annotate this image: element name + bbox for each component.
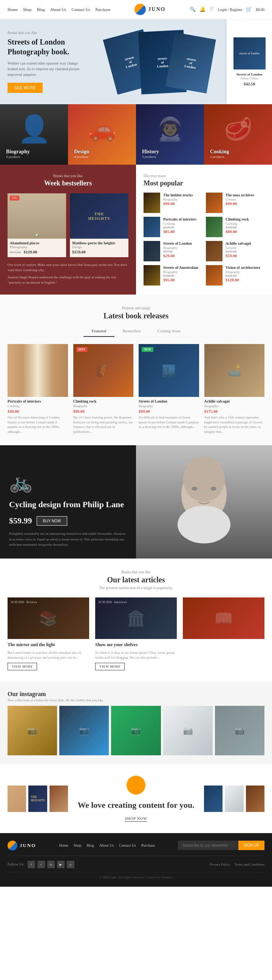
bs-book-1-price: $129.00 [24,250,37,254]
navbar: Home Shop Blog About Us Contact Us Purch… [0,0,272,19]
rb0-cat: Cooking [8,404,68,408]
hero-product-price: $42.50 [244,81,255,86]
newsletter-input[interactable] [178,841,239,850]
pop-cat-5: Literary [226,246,251,250]
popular-item-2[interactable]: Portraits of interiors Cooking $120.00 $… [143,217,202,237]
insta-item-1[interactable]: 📷 [59,706,109,755]
bestseller-book-2[interactable]: THEHEIGHTS Matthew-porto the heights Des… [70,193,129,257]
footer-subscribe: SIGN UP [178,841,264,850]
latest-releases-title: Latest book releases [8,312,264,320]
insta-item-0[interactable]: 📷 [8,706,57,755]
rb3-title: Achille salvagni [204,399,265,403]
nav-link-contact[interactable]: Contact Us [72,7,90,12]
nav-link-purchase[interactable]: Purchase [95,7,111,12]
article-card-0[interactable]: 📚 20.30.2020 Reviews The mirror and the … [8,597,89,670]
cart-icon[interactable]: 🛒 [246,6,252,13]
footer-nav-shop[interactable]: Shop [74,843,81,848]
popular-item-4[interactable]: Streets of London Biography $57.00 $29.0… [143,241,202,261]
sign-up-button[interactable]: SIGN UP [239,841,264,850]
social-instagram[interactable]: in [47,861,55,868]
footer-logo[interactable]: JUNO [8,841,36,851]
tab-featured[interactable]: Featured [83,326,115,337]
popular-item-1[interactable]: The mua archives Literary $99.00 [206,192,264,213]
category-biography[interactable]: 👤 Biography 4 products [0,104,68,165]
category-history[interactable]: 👨‍🚀 History 3 products [136,104,204,165]
cart-amount: $0.00 [256,8,264,12]
category-cooking[interactable]: 🥩 Cooking 2 products [204,104,272,165]
nav-logo-container[interactable]: JUNO [135,4,165,15]
nav-left-links: Home Shop Blog About Us Contact Us Purch… [8,7,110,12]
footer-nav-blog[interactable]: Blog [86,843,94,848]
tab-coming-soon[interactable]: Coming Soon [149,326,189,337]
article-1-icon: 🏛️ [127,609,145,627]
footer: JUNO Home Shop Blog About Us Contact Us … [0,833,272,887]
rb2-title: Streets of London [138,399,199,403]
article-card-1[interactable]: 🏛️ 20.30.2020 Interviews Show me your sh… [95,597,177,670]
rb2-cat: Biography [138,404,199,408]
login-link[interactable]: Login / Register [218,8,242,12]
buy-now-button[interactable]: BUY NOW [37,516,68,526]
category-design[interactable]: 🚗 Design 4 products [68,104,136,165]
bs-book-2-info: Matthew-porto the heights Design $159.00 [70,239,129,257]
nav-link-home[interactable]: Home [8,7,18,12]
popular-item-7[interactable]: Vision of architecture Biography $120.00… [206,265,264,285]
social-twitter[interactable]: t [37,861,45,868]
release-book-2[interactable]: NEW 🏙️ Streets of London Biography $99.0… [138,344,199,434]
tab-bestsellers[interactable]: Bestsellers [115,326,149,337]
popular-item-3[interactable]: Climbing rock Cooking $100.00 $80.00 [206,217,264,237]
release-book-3[interactable]: 🛋️ Achille salvagni Biography $175.00 An… [204,344,265,434]
bestsellers-title: Week bestsellers [8,180,129,187]
bestsellers-note2: Jasmeet Singh Shapira undertook the chal… [8,275,129,285]
terms-link[interactable]: Terms and Conditions [235,862,264,866]
pop-old-3: $100.00 [226,226,249,229]
promo-price-row: $59.99 BUY NOW [9,516,127,526]
social-pinterest[interactable]: p [67,861,75,868]
category-cooking-label: Cooking 2 products [210,149,229,159]
footer-nav-about[interactable]: About Us [99,843,114,848]
footer-nav-home[interactable]: Home [59,843,68,848]
insta-item-4[interactable]: 📷 [215,706,264,755]
instagram-grid: 📷 📷 📷 📷 📷 [8,706,264,755]
hero-section: Books that you like Streets of London Ph… [0,19,272,104]
nav-link-about[interactable]: About Us [50,7,66,12]
notification-icon[interactable]: 🔔 [199,6,205,13]
nav-link-blog[interactable]: Blog [37,7,45,12]
social-facebook[interactable]: f [27,861,35,868]
release-book-1[interactable]: HOT 🧗 Climbing rock Biography $99.00 She… [73,344,134,434]
article-2-img: 📖 [183,597,264,639]
insta-item-3[interactable]: 📷 [163,706,213,755]
footer-nav-purchase[interactable]: Purchase [141,843,155,848]
article-1-view-more[interactable]: VIEW MORE [95,663,125,670]
pop-price-0: $99.00 [163,201,192,206]
shop-now-link[interactable]: SHOP NOW [125,816,147,822]
article-card-2[interactable]: 📖 [183,597,264,670]
footer-nav: Home Shop Blog About Us Contact Us Purch… [43,843,170,848]
insta-item-2[interactable]: 📷 [111,706,161,755]
bestseller-book-1[interactable]: 10% 🏔️ Abandoned places Photography $119… [8,193,66,257]
popular-item-0[interactable]: The hidden trucks Biography $99.00 [143,192,202,213]
rb3-icon: 🛋️ [227,364,242,377]
footer-bottom: Follow Us: f t in ▶ p Privacy Policy Ter… [8,856,264,868]
nav-link-shop[interactable]: Shop [23,7,32,12]
search-icon[interactable]: 🔍 [190,6,196,13]
wishlist-icon[interactable]: ♡ [209,6,214,13]
bestseller-books-row: 10% 🏔️ Abandoned places Photography $119… [8,193,129,257]
pop-cat-6: Biography [163,270,198,274]
pop-cat-3: Cooking [226,222,249,226]
popular-item-6[interactable]: Streets of Amsterdam Biography $100.00 $… [143,265,202,285]
we-love-book-6 [246,786,264,812]
privacy-policy-link[interactable]: Privacy Policy [210,862,230,866]
article-0-view-more[interactable]: VIEW MORE [8,663,37,670]
popular-item-5[interactable]: Achille salvagni Literary $100.00 $59.00 [206,241,264,261]
footer-nav-contact[interactable]: Contact Us [119,843,136,848]
social-youtube[interactable]: ▶ [57,861,65,868]
bs-book-1-title: Abandoned places [10,241,64,245]
article-0-img: 📚 20.30.2020 Reviews [8,597,89,639]
pop-thumb-4 [143,241,160,261]
follow-us-label: Follow Us: [8,862,25,866]
cat-cooking-products: 2 products [210,155,229,159]
pop-old-4: $57.00 [163,250,192,253]
see-more-button[interactable]: SEE MORE [8,83,43,93]
footer-logo-circle [8,841,17,851]
release-book-0[interactable]: Portraits of interiors Cooking $49.00 On… [8,344,68,434]
